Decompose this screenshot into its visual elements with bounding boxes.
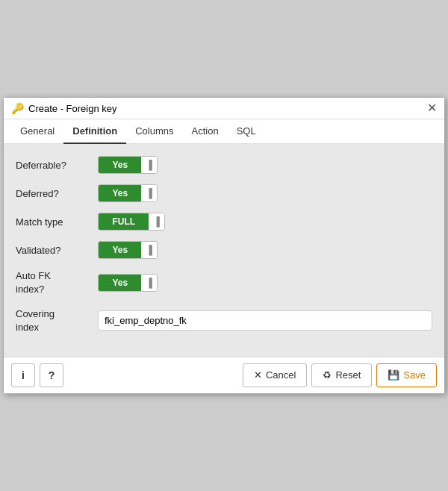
save-icon: 💾 <box>388 369 399 381</box>
deferrable-toggle-value: Yes <box>99 157 141 173</box>
reset-button[interactable]: ♻ Reset <box>311 363 372 387</box>
save-label: Save <box>403 369 426 381</box>
reset-icon: ♻ <box>323 369 332 381</box>
tab-action[interactable]: Action <box>182 119 227 144</box>
title-bar: 🔑 Create - Foreign key ✕ <box>4 98 444 119</box>
covering-index-row: Covering index <box>16 307 432 334</box>
deferred-toggle-value: Yes <box>99 185 141 201</box>
match-type-toggle-value: FULL <box>99 213 149 230</box>
match-type-label: Match type <box>16 216 98 228</box>
deferred-toggle[interactable]: Yes ▐ <box>98 184 158 202</box>
tab-sql[interactable]: SQL <box>228 119 265 144</box>
covering-index-label: Covering index <box>16 307 98 334</box>
deferrable-label: Deferrable? <box>16 160 98 171</box>
cancel-button[interactable]: ✕ Cancel <box>243 363 307 387</box>
reset-label: Reset <box>335 369 361 381</box>
info-button[interactable]: i <box>11 363 35 387</box>
deferred-toggle-indicator: ▐ <box>141 185 157 201</box>
auto-fk-toggle-value: Yes <box>99 275 141 291</box>
tab-columns[interactable]: Columns <box>126 119 182 144</box>
validated-toggle[interactable]: Yes ▐ <box>98 241 158 259</box>
auto-fk-toggle[interactable]: Yes ▐ <box>98 274 158 292</box>
validated-label: Validated? <box>16 245 98 256</box>
deferred-row: Deferred? Yes ▐ <box>16 184 432 202</box>
cancel-icon: ✕ <box>254 369 262 381</box>
help-button[interactable]: ? <box>40 363 63 387</box>
title-bar-left: 🔑 Create - Foreign key <box>11 102 117 114</box>
deferrable-toggle[interactable]: Yes ▐ <box>98 156 158 174</box>
validated-row: Validated? Yes ▐ <box>16 241 432 259</box>
auto-fk-toggle-indicator: ▐ <box>141 275 157 291</box>
auto-fk-row: Auto FK index? Yes ▐ <box>16 269 432 296</box>
deferrable-toggle-indicator: ▐ <box>141 157 157 173</box>
content-area: Deferrable? Yes ▐ Deferred? Yes ▐ Match … <box>4 144 444 357</box>
match-type-row: Match type FULL ▐ <box>16 213 432 231</box>
dialog-title: Create - Foreign key <box>28 103 117 114</box>
cancel-label: Cancel <box>266 369 296 381</box>
tab-general[interactable]: General <box>11 119 63 144</box>
tab-definition[interactable]: Definition <box>63 119 126 144</box>
deferrable-row: Deferrable? Yes ▐ <box>16 156 432 174</box>
covering-index-input[interactable] <box>98 310 432 331</box>
match-type-toggle[interactable]: FULL ▐ <box>98 213 165 231</box>
deferred-label: Deferred? <box>16 188 98 199</box>
auto-fk-label: Auto FK index? <box>16 269 98 296</box>
footer-right: ✕ Cancel ♻ Reset 💾 Save <box>243 363 437 387</box>
save-button[interactable]: 💾 Save <box>376 363 437 387</box>
footer: i ? ✕ Cancel ♻ Reset 💾 Save <box>4 357 444 393</box>
validated-toggle-indicator: ▐ <box>141 242 157 258</box>
match-type-toggle-indicator: ▐ <box>149 213 164 230</box>
close-button[interactable]: ✕ <box>427 102 437 114</box>
key-icon: 🔑 <box>11 102 24 114</box>
footer-left: i ? <box>11 363 63 387</box>
foreign-key-dialog: 🔑 Create - Foreign key ✕ General Definit… <box>3 97 445 394</box>
tab-bar: General Definition Columns Action SQL <box>4 119 444 144</box>
validated-toggle-value: Yes <box>99 242 141 258</box>
